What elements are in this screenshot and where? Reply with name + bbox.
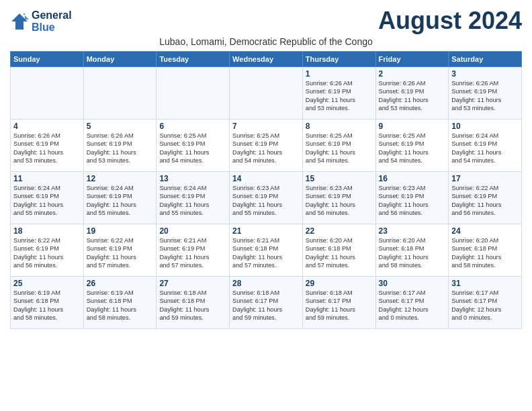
table-row: 31Sunrise: 6:17 AM Sunset: 6:17 PM Dayli… xyxy=(449,277,522,329)
day-number: 11 xyxy=(13,174,81,183)
table-row: 14Sunrise: 6:23 AM Sunset: 6:19 PM Dayli… xyxy=(230,172,303,224)
day-info: Sunrise: 6:25 AM Sunset: 6:19 PM Dayligh… xyxy=(306,132,373,165)
day-number: 31 xyxy=(451,279,519,288)
calendar-week-row: 4Sunrise: 6:26 AM Sunset: 6:19 PM Daylig… xyxy=(11,120,522,172)
day-number: 4 xyxy=(13,122,81,131)
day-info: Sunrise: 6:25 AM Sunset: 6:19 PM Dayligh… xyxy=(379,132,446,165)
header-sunday: Sunday xyxy=(11,52,84,67)
table-row: 3Sunrise: 6:26 AM Sunset: 6:19 PM Daylig… xyxy=(449,67,522,120)
day-info: Sunrise: 6:24 AM Sunset: 6:19 PM Dayligh… xyxy=(159,184,226,218)
day-info: Sunrise: 6:20 AM Sunset: 6:18 PM Dayligh… xyxy=(451,236,519,270)
header-saturday: Saturday xyxy=(449,52,522,67)
calendar-table: Sunday Monday Tuesday Wednesday Thursday… xyxy=(10,51,522,329)
calendar-week-row: 11Sunrise: 6:24 AM Sunset: 6:19 PM Dayli… xyxy=(11,172,522,224)
day-info: Sunrise: 6:21 AM Sunset: 6:19 PM Dayligh… xyxy=(159,236,226,270)
table-row: 13Sunrise: 6:24 AM Sunset: 6:19 PM Dayli… xyxy=(157,172,230,224)
day-info: Sunrise: 6:18 AM Sunset: 6:18 PM Dayligh… xyxy=(159,289,226,322)
logo-text: General Blue xyxy=(32,9,72,33)
day-number: 27 xyxy=(159,279,226,288)
day-info: Sunrise: 6:20 AM Sunset: 6:18 PM Dayligh… xyxy=(306,236,373,270)
table-row: 20Sunrise: 6:21 AM Sunset: 6:19 PM Dayli… xyxy=(157,224,230,277)
day-number: 30 xyxy=(379,279,446,288)
day-number: 26 xyxy=(87,279,154,288)
day-number: 9 xyxy=(379,122,446,131)
day-info: Sunrise: 6:17 AM Sunset: 6:17 PM Dayligh… xyxy=(451,289,519,322)
table-row: 6Sunrise: 6:25 AM Sunset: 6:19 PM Daylig… xyxy=(157,120,230,172)
day-number: 15 xyxy=(306,174,373,183)
day-info: Sunrise: 6:26 AM Sunset: 6:19 PM Dayligh… xyxy=(451,79,519,113)
day-info: Sunrise: 6:25 AM Sunset: 6:19 PM Dayligh… xyxy=(159,132,226,165)
day-number: 22 xyxy=(306,226,373,236)
day-info: Sunrise: 6:23 AM Sunset: 6:19 PM Dayligh… xyxy=(306,184,373,218)
table-row: 25Sunrise: 6:19 AM Sunset: 6:18 PM Dayli… xyxy=(11,277,84,329)
day-info: Sunrise: 6:22 AM Sunset: 6:19 PM Dayligh… xyxy=(451,184,519,218)
day-number: 25 xyxy=(13,279,81,288)
day-number: 14 xyxy=(232,174,300,183)
table-row: 24Sunrise: 6:20 AM Sunset: 6:18 PM Dayli… xyxy=(449,224,522,277)
header-friday: Friday xyxy=(375,52,449,67)
day-info: Sunrise: 6:26 AM Sunset: 6:19 PM Dayligh… xyxy=(306,79,373,113)
table-row: 4Sunrise: 6:26 AM Sunset: 6:19 PM Daylig… xyxy=(11,120,84,172)
day-info: Sunrise: 6:17 AM Sunset: 6:17 PM Dayligh… xyxy=(379,289,446,322)
location: Lubao, Lomami, Democratic Republic of th… xyxy=(10,36,522,47)
header-monday: Monday xyxy=(83,52,157,67)
day-number: 20 xyxy=(159,226,226,236)
table-row xyxy=(230,67,303,120)
day-info: Sunrise: 6:19 AM Sunset: 6:18 PM Dayligh… xyxy=(87,289,154,322)
day-number: 21 xyxy=(232,226,300,236)
table-row: 15Sunrise: 6:23 AM Sunset: 6:19 PM Dayli… xyxy=(302,172,375,224)
logo: General Blue xyxy=(10,9,72,33)
table-row xyxy=(11,67,84,120)
table-row: 10Sunrise: 6:24 AM Sunset: 6:19 PM Dayli… xyxy=(449,120,522,172)
day-info: Sunrise: 6:24 AM Sunset: 6:19 PM Dayligh… xyxy=(451,132,519,165)
day-info: Sunrise: 6:23 AM Sunset: 6:19 PM Dayligh… xyxy=(379,184,446,218)
day-number: 16 xyxy=(379,174,446,183)
day-number: 3 xyxy=(451,69,519,79)
day-info: Sunrise: 6:19 AM Sunset: 6:18 PM Dayligh… xyxy=(13,289,81,322)
day-info: Sunrise: 6:25 AM Sunset: 6:19 PM Dayligh… xyxy=(232,132,300,165)
weekday-header-row: Sunday Monday Tuesday Wednesday Thursday… xyxy=(11,52,522,67)
day-number: 1 xyxy=(306,69,373,79)
header-thursday: Thursday xyxy=(302,52,375,67)
header-wednesday: Wednesday xyxy=(230,52,303,67)
table-row: 28Sunrise: 6:18 AM Sunset: 6:17 PM Dayli… xyxy=(230,277,303,329)
day-info: Sunrise: 6:18 AM Sunset: 6:17 PM Dayligh… xyxy=(306,289,373,322)
day-info: Sunrise: 6:20 AM Sunset: 6:18 PM Dayligh… xyxy=(379,236,446,270)
day-number: 8 xyxy=(306,122,373,131)
table-row: 29Sunrise: 6:18 AM Sunset: 6:17 PM Dayli… xyxy=(302,277,375,329)
table-row: 26Sunrise: 6:19 AM Sunset: 6:18 PM Dayli… xyxy=(83,277,157,329)
day-number: 6 xyxy=(159,122,226,131)
day-number: 18 xyxy=(13,226,81,236)
day-number: 13 xyxy=(159,174,226,183)
header: General Blue August 2024 xyxy=(10,7,522,35)
table-row: 22Sunrise: 6:20 AM Sunset: 6:18 PM Dayli… xyxy=(302,224,375,277)
table-row: 16Sunrise: 6:23 AM Sunset: 6:19 PM Dayli… xyxy=(375,172,449,224)
day-number: 24 xyxy=(451,226,519,236)
table-row: 11Sunrise: 6:24 AM Sunset: 6:19 PM Dayli… xyxy=(11,172,84,224)
day-number: 10 xyxy=(451,122,519,131)
table-row: 2Sunrise: 6:26 AM Sunset: 6:19 PM Daylig… xyxy=(375,67,449,120)
table-row: 19Sunrise: 6:22 AM Sunset: 6:19 PM Dayli… xyxy=(83,224,157,277)
table-row: 9Sunrise: 6:25 AM Sunset: 6:19 PM Daylig… xyxy=(375,120,449,172)
table-row: 5Sunrise: 6:26 AM Sunset: 6:19 PM Daylig… xyxy=(83,120,157,172)
day-number: 29 xyxy=(306,279,373,288)
table-row: 7Sunrise: 6:25 AM Sunset: 6:19 PM Daylig… xyxy=(230,120,303,172)
table-row: 17Sunrise: 6:22 AM Sunset: 6:19 PM Dayli… xyxy=(449,172,522,224)
table-row: 30Sunrise: 6:17 AM Sunset: 6:17 PM Dayli… xyxy=(375,277,449,329)
calendar-page: General Blue August 2024 Lubao, Lomami, … xyxy=(0,0,532,336)
table-row: 23Sunrise: 6:20 AM Sunset: 6:18 PM Dayli… xyxy=(375,224,449,277)
calendar-week-row: 25Sunrise: 6:19 AM Sunset: 6:18 PM Dayli… xyxy=(11,277,522,329)
day-number: 17 xyxy=(451,174,519,183)
table-row: 1Sunrise: 6:26 AM Sunset: 6:19 PM Daylig… xyxy=(302,67,375,120)
day-number: 19 xyxy=(87,226,154,236)
month-title: August 2024 xyxy=(378,7,522,35)
calendar-week-row: 1Sunrise: 6:26 AM Sunset: 6:19 PM Daylig… xyxy=(11,67,522,120)
header-tuesday: Tuesday xyxy=(157,52,230,67)
calendar-week-row: 18Sunrise: 6:22 AM Sunset: 6:19 PM Dayli… xyxy=(11,224,522,277)
day-info: Sunrise: 6:26 AM Sunset: 6:19 PM Dayligh… xyxy=(13,132,81,165)
table-row: 27Sunrise: 6:18 AM Sunset: 6:18 PM Dayli… xyxy=(157,277,230,329)
logo-icon xyxy=(10,12,29,31)
day-number: 5 xyxy=(87,122,154,131)
table-row: 8Sunrise: 6:25 AM Sunset: 6:19 PM Daylig… xyxy=(302,120,375,172)
day-info: Sunrise: 6:21 AM Sunset: 6:18 PM Dayligh… xyxy=(232,236,300,270)
